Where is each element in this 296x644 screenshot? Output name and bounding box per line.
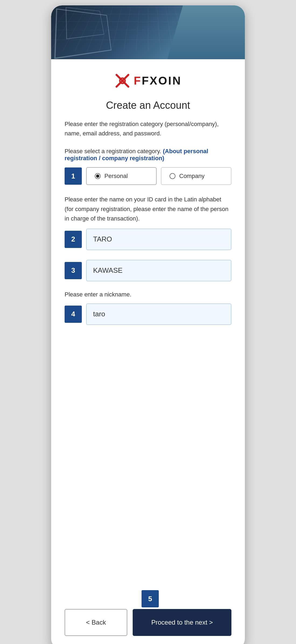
nickname-description: Please enter a nickname. bbox=[65, 291, 231, 298]
first-name-input[interactable] bbox=[86, 229, 231, 250]
company-radio-dot bbox=[170, 173, 175, 179]
personal-label: Personal bbox=[104, 173, 128, 180]
personal-option[interactable]: Personal bbox=[86, 167, 157, 185]
phone-container: FFXOIN Create an Account Please enter th… bbox=[51, 5, 245, 644]
logo-icon bbox=[114, 73, 131, 89]
step2-row: 2 bbox=[65, 229, 231, 250]
next-button[interactable]: Proceed to the next > bbox=[133, 609, 231, 636]
logo-accent: F bbox=[134, 74, 142, 87]
back-button[interactable]: < Back bbox=[65, 609, 127, 636]
step3-badge: 3 bbox=[65, 262, 82, 279]
step1-badge: 1 bbox=[65, 167, 82, 185]
step3-row: 3 bbox=[65, 260, 231, 281]
spacer bbox=[65, 335, 231, 598]
bottom-buttons: 5 < Back Proceed to the next > bbox=[65, 609, 231, 636]
step2-badge: 2 bbox=[65, 231, 82, 248]
category-prompt-text: Please select a registration category. bbox=[65, 148, 161, 155]
page-description: Please enter the registration category (… bbox=[65, 119, 231, 138]
name-description: Please enter the name on your ID card in… bbox=[65, 195, 231, 223]
company-option[interactable]: Company bbox=[161, 167, 231, 185]
page-title: Create an Account bbox=[65, 100, 231, 111]
logo-area: FFXOIN bbox=[65, 73, 231, 89]
hero-banner bbox=[51, 5, 245, 59]
personal-radio-dot bbox=[95, 173, 101, 179]
main-content: FFXOIN Create an Account Please enter th… bbox=[51, 59, 245, 644]
step5-badge: 5 bbox=[142, 590, 159, 607]
logo-text: FFXOIN bbox=[134, 74, 182, 87]
nickname-input[interactable] bbox=[86, 303, 231, 325]
registration-category-group: Personal Company bbox=[86, 167, 231, 185]
company-label: Company bbox=[179, 173, 205, 180]
step1-row: 1 Personal Company bbox=[65, 167, 231, 185]
step4-badge: 4 bbox=[65, 306, 82, 323]
last-name-input[interactable] bbox=[86, 260, 231, 281]
step4-row: 4 bbox=[65, 303, 231, 325]
category-prompt: Please select a registration category. (… bbox=[65, 148, 231, 162]
